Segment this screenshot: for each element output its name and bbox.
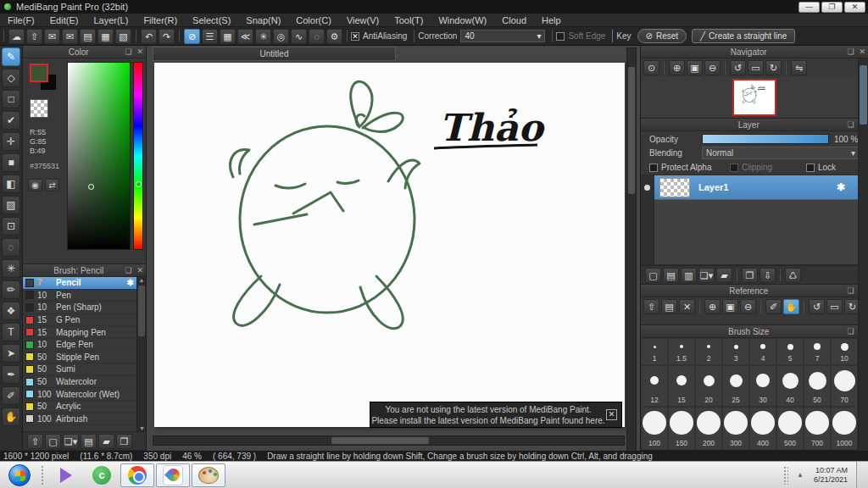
transparent-color-swatch[interactable] [30, 99, 48, 118]
brush-size-cell[interactable]: 2 [695, 338, 722, 365]
snap-parallel-icon[interactable]: ☰ [202, 29, 218, 44]
menu-item-select-s-[interactable]: Select(S) [185, 15, 238, 25]
duplicate-layer-icon[interactable]: ❐ [742, 268, 758, 283]
add-layer-icon[interactable]: ▢ [645, 268, 661, 283]
fit-window-icon[interactable]: ▣ [687, 60, 703, 75]
taskbar-clock[interactable]: 10:07 AM 6/21/2021 [814, 466, 848, 485]
brush-size-cell[interactable]: 400 [749, 407, 776, 450]
brush-size-cell[interactable]: 40 [776, 365, 804, 406]
gear-icon[interactable]: ✱ [127, 278, 134, 287]
menu-item-snap-n-[interactable]: Snap(N) [238, 15, 288, 25]
zoom-in-icon[interactable]: ⊕ [669, 60, 685, 75]
lasso-tool[interactable]: ◌ [2, 238, 20, 257]
taskbar-kmplayer-button[interactable] [49, 463, 83, 487]
chat-icon[interactable]: ✉ [62, 29, 78, 44]
tray-chevron-icon[interactable]: ▲ [797, 471, 804, 479]
reset-rotation-icon[interactable]: ▭ [748, 60, 764, 75]
gear-icon[interactable]: ✱ [837, 181, 845, 193]
snap-settings-icon[interactable]: ⚙ [326, 29, 342, 44]
clipping-checkbox[interactable] [730, 164, 738, 172]
popout-icon[interactable]: ❏ [844, 47, 856, 56]
snap-off-icon[interactable]: ⊘ [184, 29, 200, 44]
menu-item-layer-l-[interactable]: Layer(L) [86, 15, 136, 25]
zoom-100-icon[interactable]: ⊙ [643, 60, 659, 75]
close-icon[interactable]: ✕ [856, 47, 868, 56]
merge-layer-icon[interactable]: ⇩ [760, 268, 776, 283]
canvas-vertical-scrollbar[interactable] [626, 47, 637, 478]
show-desktop-button[interactable] [856, 462, 868, 488]
minimize-button[interactable]: — [798, 2, 820, 13]
reset-button[interactable]: ⊘ Reset [637, 29, 687, 43]
reset-rotation-icon[interactable]: ▭ [826, 299, 843, 314]
popout-icon[interactable]: ❏ [844, 286, 856, 295]
zoom-out-icon[interactable]: ⊖ [740, 299, 756, 314]
rotate-left-icon[interactable]: ↺ [730, 60, 746, 75]
saturation-square[interactable] [67, 62, 131, 250]
upload-brush-icon[interactable]: ⇧ [27, 434, 43, 449]
brush-size-cell[interactable]: 300 [722, 407, 749, 450]
menu-item-view-v-[interactable]: View(V) [339, 15, 387, 25]
menu-item-window-w-[interactable]: Window(W) [431, 15, 494, 25]
dot-pen-tool[interactable]: ✔ [2, 111, 20, 130]
brush-item[interactable]: 100Watercolor (Wet) [23, 388, 146, 401]
taskbar-coccoc-button[interactable]: c [85, 463, 119, 487]
new-brush-icon[interactable]: ▢ [45, 434, 61, 449]
document-icon[interactable]: ▤ [80, 29, 96, 44]
duplicate-brush-icon[interactable]: ❐ [116, 434, 132, 449]
zoom-out-icon[interactable]: ⊖ [704, 60, 721, 75]
flip-view-icon[interactable]: ⇋ [791, 60, 807, 75]
hue-bar[interactable] [133, 62, 143, 250]
select-tool[interactable]: ⊡ [2, 217, 20, 236]
brush-size-cell[interactable]: 700 [804, 407, 831, 450]
snap-circle-icon[interactable]: ◎ [273, 29, 289, 44]
undo-icon[interactable]: ↶ [141, 29, 157, 44]
add-1bit-layer-icon[interactable]: ▥ [681, 268, 697, 283]
brush-size-cell[interactable]: 1.5 [668, 338, 695, 365]
menu-item-help[interactable]: Help [534, 15, 569, 25]
menu-item-cloud[interactable]: Cloud [494, 15, 534, 25]
shape-tool[interactable]: □ [2, 90, 20, 108]
scroll-down-icon[interactable]: ▼ [139, 425, 145, 431]
brush-size-cell[interactable]: 100 [641, 407, 668, 450]
brush-size-cell[interactable]: 5 [776, 338, 804, 365]
brush-size-cell[interactable]: 200 [695, 407, 722, 450]
bucket-tool[interactable]: ◧ [2, 175, 20, 193]
brush-item[interactable]: 7Pencil✱ [23, 277, 146, 290]
popout-icon[interactable]: ❏ [122, 266, 134, 274]
publish-icon[interactable]: ⇧ [26, 29, 42, 44]
operation-tool[interactable]: ➤ [2, 344, 20, 363]
protect-alpha-checkbox[interactable] [649, 164, 658, 172]
close-icon[interactable]: ✕ [134, 47, 146, 56]
redo-icon[interactable]: ↷ [159, 29, 175, 44]
zoom-in-icon[interactable]: ⊕ [704, 299, 721, 314]
hue-cursor[interactable] [136, 181, 142, 187]
hand-icon[interactable]: ✋ [783, 299, 799, 314]
brush-size-cell[interactable]: 1 [641, 338, 668, 365]
add-layer-menu-icon[interactable]: ❏▾ [698, 268, 715, 283]
start-button[interactable] [8, 464, 31, 486]
snap-grid-icon[interactable]: ▦ [220, 29, 236, 44]
blending-select[interactable]: Normal ▾ [702, 147, 860, 159]
clear-reference-icon[interactable]: ✕ [679, 299, 695, 314]
brush-size-cell[interactable]: 7 [804, 338, 831, 365]
select-pen-tool[interactable]: ✏ [2, 280, 20, 299]
brush-size-cell[interactable]: 25 [722, 365, 749, 406]
add-8bit-layer-icon[interactable]: ▤ [663, 268, 679, 283]
form-icon[interactable]: ▦ [97, 29, 114, 44]
palette-web-icon[interactable]: ◉ [28, 179, 42, 191]
eraser-tool[interactable]: ◇ [2, 69, 20, 87]
brush-size-cell[interactable]: 4 [749, 338, 776, 365]
menu-item-tool-t-[interactable]: Tool(T) [387, 15, 431, 25]
brush-size-cell[interactable]: 70 [831, 365, 858, 406]
open-folder-icon[interactable]: ▤ [661, 299, 677, 314]
magic-wand-tool[interactable]: ✳ [2, 259, 20, 278]
canvas-horizontal-scrollbar[interactable] [153, 435, 625, 446]
canvas[interactable]: Thảo [154, 63, 625, 427]
snap-ellipse-icon[interactable]: ◌ [309, 29, 325, 44]
eyedropper-tool[interactable]: ✐ [2, 386, 20, 405]
antialiasing-checkbox[interactable]: ✕ [351, 32, 359, 41]
opacity-slider[interactable] [702, 134, 829, 144]
menu-item-edit-e-[interactable]: Edit(E) [42, 15, 86, 25]
popout-icon[interactable]: ❏ [844, 327, 856, 336]
brush-size-cell[interactable]: 10 [831, 338, 858, 365]
